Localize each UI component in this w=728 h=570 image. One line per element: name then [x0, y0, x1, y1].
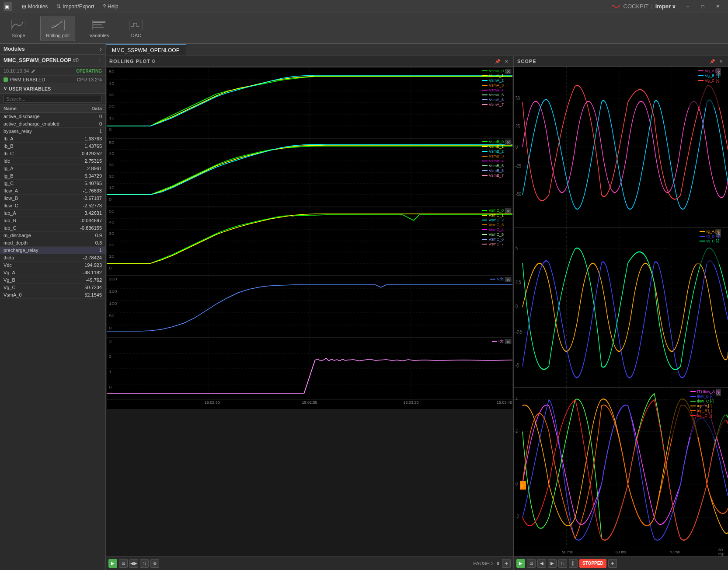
variable-row[interactable]: Iup_A3.42631 — [0, 210, 105, 217]
scope-zoom-x-button[interactable]: || — [569, 559, 578, 568]
svg-text:10: 10 — [109, 116, 115, 120]
variable-row[interactable]: Ilow_A-1.76633 — [0, 187, 105, 195]
svg-text:4: 4 — [516, 396, 518, 402]
scope-snapshot-button[interactable]: ⊡ — [527, 559, 536, 568]
variable-row[interactable]: Ilow_B-2.67107 — [0, 195, 105, 202]
edit-icon[interactable] — [31, 68, 36, 73]
variable-row[interactable]: mod_depth0.3 — [0, 239, 105, 247]
variable-row[interactable]: active_discharge0 — [0, 113, 105, 120]
rolling-plot-add-button[interactable]: ⊕ — [150, 559, 159, 568]
minimize-button[interactable]: − — [681, 2, 695, 11]
var-name: mod_depth — [3, 240, 67, 245]
time-axis: 15:02:30 15:02:55 15:03:20 15:03:45 — [107, 400, 512, 409]
idc-chart-wrapper: 3 2 1 0 ✕ Idc — [107, 338, 512, 399]
svg-text:20: 20 — [109, 105, 115, 109]
rolling-plot-tool-button[interactable]: Rolling plot — [40, 16, 75, 41]
rolling-plot-zoom-y-button[interactable]: ↑↓ — [140, 559, 149, 568]
panels: ROLLING PLOT 0 📌 ✕ — [106, 56, 728, 570]
variable-row[interactable]: Ib_A1.63763 — [0, 135, 105, 143]
rolling-plot-scroll-button[interactable]: ◀▶ — [129, 559, 138, 568]
scope-scroll-left-button[interactable]: ◀ — [537, 559, 546, 568]
module-name: MMC_SSPWM_OPENLOOP #0 — [3, 57, 79, 63]
sidebar: Modules › MMC_SSPWM_OPENLOOP #0 ⋮ 10.10.… — [0, 44, 106, 570]
svg-text:5: 5 — [516, 244, 518, 252]
svg-text:30: 30 — [109, 231, 115, 236]
tab-bar: MMC_SSPWM_OPENLOOP — [106, 44, 728, 56]
variable-row[interactable]: Vg_C-50.7234 — [0, 284, 105, 291]
dac-tool-button[interactable]: DAC — [123, 16, 149, 41]
sidebar-collapse-button[interactable]: › — [100, 45, 102, 52]
variable-row[interactable]: Ib_C0.429252 — [0, 150, 105, 157]
vsmb-legend: VsmB_0 VsmB_1 VsmB_2 VsmB_3 VsmB_4 VsmB_… — [482, 140, 504, 178]
variable-row[interactable]: Vg_A-48.1182 — [0, 269, 105, 276]
svg-text:0: 0 — [109, 326, 112, 330]
variable-row[interactable]: Iup_B-0.044697 — [0, 217, 105, 224]
search-input[interactable] — [3, 95, 102, 103]
scope-add-button[interactable]: + — [608, 559, 617, 568]
var-value: 2.75315 — [67, 158, 102, 164]
maximize-button[interactable]: □ — [696, 2, 710, 11]
scope-close-button[interactable]: ✕ — [718, 58, 725, 65]
vg-scope-chart: 50 25 0 -25 -50 — [514, 67, 728, 227]
variable-row[interactable]: active_discharge_enabled0 — [0, 120, 105, 128]
var-name: Vg_B — [3, 277, 67, 283]
variables-tool-button[interactable]: Variables — [84, 16, 114, 41]
scope-time-4: 80 ms — [718, 548, 725, 556]
variable-row[interactable]: VsmA_052.1545 — [0, 291, 105, 299]
user-vars-header[interactable]: ∨ USER VARIABLES — [0, 84, 105, 94]
rolling-plot-pin-button[interactable]: 📌 — [494, 58, 501, 65]
svg-text:0: 0 — [109, 266, 112, 270]
module-menu-button[interactable]: ⋮ — [97, 58, 102, 63]
menu-modules[interactable]: ⊞ Modules — [17, 0, 52, 13]
variable-row[interactable]: theta-2.78424 — [0, 254, 105, 262]
menu-help[interactable]: ? Help — [98, 0, 122, 13]
variable-row[interactable]: precharge_relay1 — [0, 247, 105, 254]
svg-text:50: 50 — [109, 140, 115, 145]
svg-text:50: 50 — [516, 95, 520, 101]
brand-imperx: imper x — [655, 3, 676, 10]
brand: COCKPIT | imper x — [611, 3, 676, 10]
scope-zoom-y-button[interactable]: ↑↓ — [558, 559, 567, 568]
svg-text:0: 0 — [516, 303, 518, 310]
variable-row[interactable]: Ilow_C-2.52773 — [0, 202, 105, 210]
scope-play-button[interactable]: ▶ — [516, 559, 525, 568]
variable-row[interactable]: bypass_relay1 — [0, 128, 105, 135]
rolling-plot-add-chart-button[interactable]: + — [502, 559, 511, 568]
variable-row[interactable]: Ib_B1.43765 — [0, 143, 105, 150]
close-button[interactable]: ✕ — [711, 2, 725, 11]
scope-status-button[interactable]: STOPPED — [579, 559, 606, 568]
scope-tool-button[interactable]: Scope — [5, 16, 31, 41]
idc-chart: 3 2 1 0 ✕ — [107, 338, 512, 399]
rolling-plot-play-button[interactable]: ▶ — [108, 559, 117, 568]
svg-rect-6 — [93, 24, 102, 25]
var-name: Ig_B — [3, 173, 67, 178]
scope-pin-button[interactable]: 📌 — [709, 58, 716, 65]
var-name: m_discharge — [3, 233, 67, 238]
scope-panel: SCOPE 📌 ✕ — [514, 56, 728, 570]
var-name: Vdc — [3, 262, 67, 268]
var-value: -49.762 — [67, 277, 102, 283]
svg-text:0: 0 — [109, 385, 112, 389]
tab-mmc-sspwm[interactable]: MMC_SSPWM_OPENLOOP — [106, 44, 186, 56]
variable-row[interactable]: m_discharge0.9 — [0, 232, 105, 239]
legend-vsma-3: VsmA_3 — [482, 83, 504, 87]
var-value: -2.67107 — [67, 196, 102, 201]
var-value: 1.43765 — [67, 143, 102, 149]
rolling-plot-snapshot-button[interactable]: ⊡ — [119, 559, 128, 568]
rolling-plot-status: PAUSED ⏸ — [474, 561, 500, 566]
vsmc-legend: VsmC_0 VsmC_1 VsmC_2 VsmC_3 VsmC_4 VsmC_… — [482, 208, 504, 246]
svg-text:200: 200 — [109, 277, 117, 281]
variable-row[interactable]: Vdc194.923 — [0, 262, 105, 269]
svg-text:2: 2 — [109, 354, 112, 359]
scope-scroll-right-button[interactable]: ▶ — [548, 559, 557, 568]
variable-row[interactable]: Idc2.75315 — [0, 157, 105, 165]
rolling-plot-close-button[interactable]: ✕ — [503, 58, 510, 65]
variable-row[interactable]: Ig_B6.04729 — [0, 172, 105, 180]
variable-row[interactable]: Iup_C-0.836155 — [0, 224, 105, 232]
variable-row[interactable]: Ig_C5.40765 — [0, 180, 105, 187]
variable-row[interactable]: Ig_A2.8961 — [0, 165, 105, 172]
var-name: Idc — [3, 158, 67, 164]
svg-text:40: 40 — [109, 151, 115, 156]
variable-row[interactable]: Vg_B-49.762 — [0, 276, 105, 284]
menu-import-export[interactable]: ⇅ Import/Export — [52, 0, 98, 13]
